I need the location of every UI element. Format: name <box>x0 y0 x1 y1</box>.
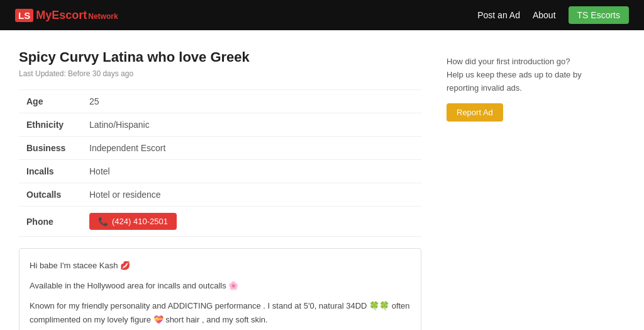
business-value: Independent Escort <box>82 137 421 160</box>
table-row-age: Age 25 <box>19 90 421 113</box>
desc-line1: Hi babe I'm stacee Kash 💋 <box>30 259 411 273</box>
incalls-label: Incalls <box>19 160 82 183</box>
post-ad-link[interactable]: Post an Ad <box>477 10 520 20</box>
about-link[interactable]: About <box>533 10 556 20</box>
last-updated: Last Updated: Before 30 days ago <box>19 69 421 78</box>
ethnicity-label: Ethnicity <box>19 113 82 137</box>
incalls-value: Hotel <box>82 160 421 183</box>
logo-my: My <box>36 9 52 21</box>
table-row-business: Business Independent Escort <box>19 137 421 160</box>
logo: LS MyEscortNetwork <box>15 9 118 22</box>
table-row-outcalls: Outcalls Hotel or residence <box>19 183 421 207</box>
table-row-incalls: Incalls Hotel <box>19 160 421 183</box>
desc-line2: Available in the Hollywood area for inca… <box>30 279 411 293</box>
logo-text: MyEscortNetwork <box>36 9 118 22</box>
table-row-phone: Phone 📞 (424) 410-2501 <box>19 207 421 237</box>
phone-cell: 📞 (424) 410-2501 <box>82 207 421 237</box>
outcalls-value: Hotel or residence <box>82 183 421 207</box>
info-table: Age 25 Ethnicity Latino/Hispanic Busines… <box>19 89 421 237</box>
content-area: Spicy Curvy Latina who love Greek Last U… <box>19 49 421 330</box>
desc-line3: Known for my friendly personality and AD… <box>30 299 411 327</box>
sidebar-help-text: How did your first introduction go? Help… <box>447 55 585 94</box>
sidebar: How did your first introduction go? Help… <box>447 49 585 330</box>
phone-icon: 📞 <box>98 217 108 226</box>
age-label: Age <box>19 90 82 113</box>
logo-network: Network <box>88 12 118 21</box>
nav-links: Post an Ad About TS Escorts <box>477 6 629 24</box>
main-container: Spicy Curvy Latina who love Greek Last U… <box>0 30 644 330</box>
navbar: LS MyEscortNetwork Post an Ad About TS E… <box>0 0 644 30</box>
ts-escorts-button[interactable]: TS Escorts <box>569 6 629 24</box>
business-label: Business <box>19 137 82 160</box>
phone-label: Phone <box>19 207 82 237</box>
phone-button[interactable]: 📞 (424) 410-2501 <box>89 213 177 230</box>
age-value: 25 <box>82 90 421 113</box>
outcalls-label: Outcalls <box>19 183 82 207</box>
description-box: Hi babe I'm stacee Kash 💋 Available in t… <box>19 248 421 330</box>
report-ad-button[interactable]: Report Ad <box>447 103 503 122</box>
ethnicity-value: Latino/Hispanic <box>82 113 421 137</box>
logo-escort: Escort <box>52 9 87 21</box>
logo-icon: LS <box>15 9 33 22</box>
page-title: Spicy Curvy Latina who love Greek <box>19 49 421 65</box>
table-row-ethnicity: Ethnicity Latino/Hispanic <box>19 113 421 137</box>
phone-number-btn: (424) 410-2501 <box>112 217 168 226</box>
